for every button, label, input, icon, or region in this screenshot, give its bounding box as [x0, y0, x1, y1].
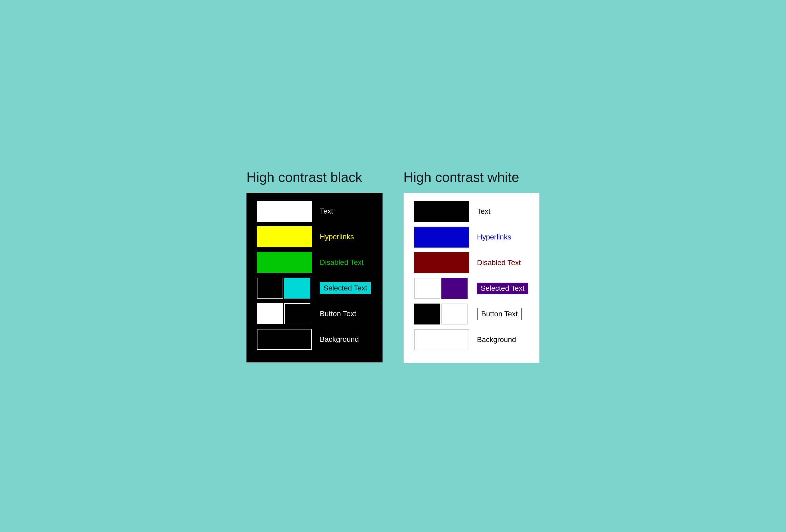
- hc-black-panel: Text Hyperlinks Disabled Text Selected T…: [247, 193, 383, 363]
- hc-white-button-label: Button Text: [477, 308, 522, 320]
- hc-white-hyperlinks-swatch: [414, 227, 469, 248]
- hc-white-text-label: Text: [477, 207, 490, 216]
- hc-white-background-swatch: [414, 329, 469, 350]
- hc-white-text-swatch: [414, 201, 469, 222]
- hc-white-button-swatch1: [414, 304, 440, 324]
- hc-black-button-row: Button Text: [257, 303, 372, 324]
- hc-white-hyperlinks-label: Hyperlinks: [477, 233, 511, 241]
- hc-black-selected-row: Selected Text: [257, 278, 372, 299]
- hc-black-text-row: Text: [257, 201, 372, 222]
- hc-white-panel: Text Hyperlinks Disabled Text Selected T…: [403, 193, 539, 363]
- hc-white-selected-row: Selected Text: [414, 278, 529, 299]
- hc-black-disabled-label: Disabled Text: [320, 258, 364, 267]
- hc-black-selected-swatches: [257, 278, 312, 299]
- hc-white-selected-swatches: [414, 278, 469, 299]
- hc-black-text-label: Text: [320, 207, 333, 215]
- hc-black-selected-badge: Selected Text: [320, 282, 371, 294]
- hc-black-disabled-row: Disabled Text: [257, 252, 372, 273]
- hc-black-hyperlinks-label: Hyperlinks: [320, 233, 354, 241]
- hc-white-disabled-label: Disabled Text: [477, 258, 521, 267]
- hc-black-hyperlinks-row: Hyperlinks: [257, 226, 372, 247]
- page-container: High contrast black Text Hyperlinks Disa…: [210, 169, 576, 363]
- hc-white-button-swatches: [414, 304, 469, 324]
- hc-black-button-label: Button Text: [320, 309, 356, 318]
- hc-black-background-label: Background: [320, 335, 359, 344]
- hc-black-button-swatches: [257, 303, 312, 324]
- hc-white-disabled-swatch: [414, 252, 469, 273]
- hc-white-text-row: Text: [414, 201, 529, 222]
- hc-white-title: High contrast white: [403, 169, 519, 185]
- hc-white-selected-swatch2: [441, 278, 467, 299]
- hc-white-background-label: Background: [477, 336, 516, 344]
- hc-black-background-swatch: [257, 329, 312, 350]
- hc-black-title: High contrast black: [247, 169, 362, 185]
- hc-white-section: High contrast white Text Hyperlinks Disa…: [403, 169, 539, 363]
- hc-white-button-swatch2: [441, 304, 467, 324]
- hc-white-selected-swatch1: [414, 278, 440, 299]
- hc-black-button-swatch2: [284, 303, 310, 324]
- hc-black-disabled-swatch: [257, 252, 312, 273]
- hc-white-hyperlinks-row: Hyperlinks: [414, 227, 529, 248]
- hc-white-disabled-row: Disabled Text: [414, 252, 529, 273]
- hc-black-section: High contrast black Text Hyperlinks Disa…: [247, 169, 383, 363]
- hc-black-selected-swatch2: [284, 278, 310, 299]
- hc-white-background-row: Background: [414, 329, 529, 350]
- hc-black-text-swatch: [257, 201, 312, 222]
- hc-white-selected-badge: Selected Text: [477, 283, 528, 294]
- hc-black-button-swatch1: [257, 303, 283, 324]
- hc-black-selected-swatch1: [257, 278, 283, 299]
- hc-white-button-row: Button Text: [414, 304, 529, 324]
- hc-black-background-row: Background: [257, 329, 372, 350]
- hc-black-hyperlinks-swatch: [257, 226, 312, 247]
